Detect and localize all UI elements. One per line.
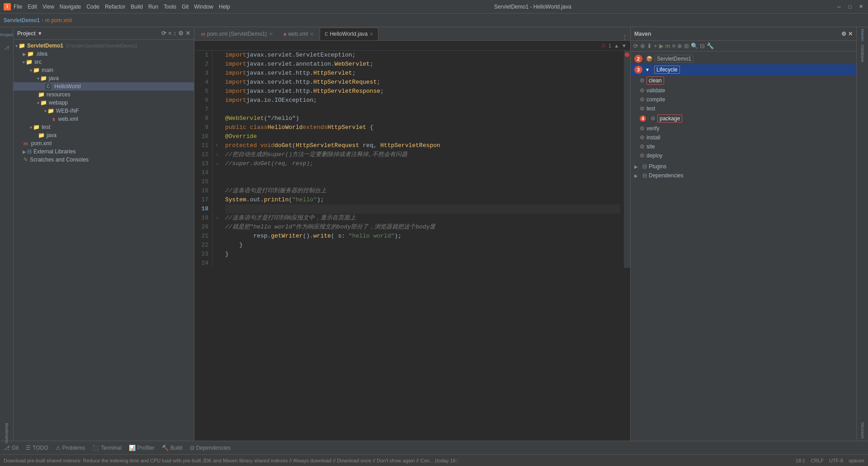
tab-recent-icon[interactable]: ⋮ <box>622 34 627 40</box>
project-name[interactable]: ServletDemo1 <box>4 17 40 24</box>
maven-item-label-servletdemo1: ServletDemo1 <box>655 55 693 63</box>
tree-item-main[interactable]: ▾ 📁 main <box>14 66 194 74</box>
tree-label-src: src <box>34 59 42 65</box>
breadcrumb-file[interactable]: m pom.xml <box>45 17 72 24</box>
menu-git[interactable]: Git <box>182 4 189 10</box>
bottom-profiler[interactable]: 📊 Profiler <box>129 445 155 451</box>
maven-item-verify[interactable]: ⚙ verify <box>631 124 856 133</box>
tree-item-webinf[interactable]: ▾ 📁 WEB-INF <box>14 107 194 115</box>
maven-search-icon[interactable]: 🔍 <box>691 43 698 49</box>
maven-close-icon[interactable]: ✕ <box>848 31 853 37</box>
right-icon-database[interactable]: Database <box>857 43 868 64</box>
bottom-todo[interactable]: ☰ TODO <box>26 445 48 451</box>
maven-item-compile[interactable]: ⚙ compile <box>631 95 856 104</box>
project-collapse-icon[interactable]: ≡ <box>168 30 172 37</box>
maven-lifecycle-icon[interactable]: ⊕ <box>677 43 682 49</box>
tree-item-webapp[interactable]: ▾ 📁 webapp <box>14 99 194 107</box>
project-expand-icon[interactable]: ↕ <box>174 30 177 37</box>
menu-code[interactable]: Code <box>86 4 99 10</box>
maven-item-dependencies[interactable]: ▶ ⊟ Dependencies <box>631 171 856 180</box>
tree-item-idea[interactable]: ▶ 📁 .idea <box>14 50 194 58</box>
menu-view[interactable]: View <box>42 4 54 10</box>
line-num-4: 4 <box>196 78 208 87</box>
project-close-icon[interactable]: ✕ <box>185 30 190 37</box>
bottom-dependencies[interactable]: ⊟ Dependencies <box>190 445 231 451</box>
maximize-button[interactable]: □ <box>846 3 854 10</box>
tab-pom-close[interactable]: ✕ <box>269 31 273 37</box>
bottom-problems[interactable]: ⚠ Problems <box>56 445 85 451</box>
tree-item-scratches[interactable]: ✎ Scratches and Consoles <box>14 156 194 164</box>
menu-refactor[interactable]: Refactor <box>105 4 125 10</box>
maven-filter-icon[interactable]: ⊟ <box>700 43 705 49</box>
tree-item-test[interactable]: ▾ 📁 test <box>14 123 194 131</box>
tree-item-src[interactable]: ▾ 📁 src <box>14 58 194 66</box>
menu-file[interactable]: File <box>14 4 22 10</box>
menu-edit[interactable]: Edit <box>28 4 37 10</box>
menu-navigate[interactable]: Navigate <box>60 4 81 10</box>
maven-item-lifecycle[interactable]: 3 ▾ Lifecycle <box>631 64 856 75</box>
bottom-git[interactable]: ⎇ Git <box>4 445 19 451</box>
bookmark-tool-button[interactable]: Bookmarks <box>1 427 13 439</box>
right-icon-structure[interactable]: Structure <box>857 420 868 441</box>
menu-window[interactable]: Window <box>194 4 213 10</box>
bottom-terminal[interactable]: ⬛ Terminal <box>92 445 121 451</box>
menu-build[interactable]: Build <box>131 4 143 10</box>
minimize-button[interactable]: ─ <box>835 3 843 10</box>
close-button[interactable]: ✕ <box>857 3 864 10</box>
tab-hw-close[interactable]: ✕ <box>369 31 373 37</box>
tab-pom[interactable]: m pom.xml (ServletDemo1) ✕ <box>196 28 278 40</box>
tree-item-java[interactable]: ▾ 📁 java <box>14 74 194 82</box>
project-dropdown-icon[interactable]: ▾ <box>38 30 41 37</box>
maven-task-icon[interactable]: m <box>665 43 670 49</box>
maven-reload-icon[interactable]: ⟳ <box>633 43 638 49</box>
tree-item-resources[interactable]: 📁 resources <box>14 90 194 99</box>
maven-wrench-icon[interactable]: 🔧 <box>707 43 714 49</box>
maven-item-test[interactable]: ⚙ test <box>631 104 856 113</box>
editor-info-bar: ⚠ 1 ▲ ▼ <box>194 41 630 51</box>
code-line-11: protected void doGet(HttpServletRequest … <box>225 141 620 150</box>
maven-generate-icon[interactable]: ⊕ <box>640 43 645 49</box>
bottom-build[interactable]: 🔨 Build <box>162 445 183 451</box>
maven-label-dependencies: Dependencies <box>649 172 684 179</box>
tab-webxml[interactable]: x web.xml ✕ <box>279 28 319 40</box>
maven-item-deploy[interactable]: ⚙ deploy <box>631 151 856 160</box>
menu-tools[interactable]: Tools <box>164 4 176 10</box>
cursor-position[interactable]: 18:1 <box>796 458 805 463</box>
menu-help[interactable]: Help <box>219 4 230 10</box>
tree-item-java2[interactable]: 📁 java <box>14 131 194 139</box>
warning-nav-down[interactable]: ▼ <box>622 43 627 48</box>
maven-run-icon[interactable]: ▶ <box>659 43 664 49</box>
project-sync-icon[interactable]: ⟳ <box>161 30 166 37</box>
tree-item-helloworld[interactable]: C HelloWorld <box>14 82 194 90</box>
maven-item-package[interactable]: 4 ⚙ package <box>631 113 856 124</box>
line-separator[interactable]: CRLF <box>811 458 824 463</box>
maven-item-validate[interactable]: ⚙ validate <box>631 86 856 95</box>
gutter-error-marker[interactable] <box>625 52 629 57</box>
tab-webxml-close[interactable]: ✕ <box>310 31 314 37</box>
project-settings-icon[interactable]: ⚙ <box>178 30 184 37</box>
maven-item-clean[interactable]: ⚙ clean <box>631 75 856 86</box>
menu-run[interactable]: Run <box>148 4 158 10</box>
maven-phase-icon[interactable]: ≡ <box>672 43 675 49</box>
indent-settings[interactable]: spaces <box>849 458 864 463</box>
tree-item-webxml[interactable]: x web.xml <box>14 115 194 123</box>
project-tool-button[interactable]: Project <box>1 29 13 41</box>
code-lines[interactable]: import javax.servlet.ServletException; i… <box>222 51 624 268</box>
maven-download-icon[interactable]: ⬇ <box>647 43 652 49</box>
tree-item-ext-libs[interactable]: ▶ ⊟ External Libraries <box>14 147 194 156</box>
tree-item-pom[interactable]: m pom.xml <box>14 139 194 147</box>
commit-tool-button[interactable]: ⎇ <box>1 42 13 53</box>
tab-helloworld[interactable]: C HelloWorld.java ✕ <box>320 28 378 40</box>
maven-item-plugins[interactable]: ▶ ⊟ Plugins <box>631 162 856 171</box>
maven-item-site[interactable]: ⚙ site <box>631 142 856 151</box>
maven-toggle-icon[interactable]: ⊞ <box>684 43 689 49</box>
encoding[interactable]: UTF-8 <box>829 458 843 463</box>
maven-item-install[interactable]: ⚙ install <box>631 133 856 142</box>
right-icon-maven[interactable]: Maven <box>857 27 868 43</box>
maven-item-servletdemo1[interactable]: 2 📦 ServletDemo1 <box>631 53 856 64</box>
tree-item-servletdemo1[interactable]: ▾ 📁 ServletDemo1 D:\code\Java\bite\Servl… <box>14 42 194 50</box>
maven-add-icon[interactable]: + <box>654 43 657 49</box>
maven-settings-icon[interactable]: ⚙ <box>841 31 846 37</box>
code-editor[interactable]: 1 2 3 4 5 6 7 8 9 10 11 12 13 14 15 16 1 <box>194 51 630 441</box>
warning-nav-up[interactable]: ▲ <box>614 43 619 48</box>
